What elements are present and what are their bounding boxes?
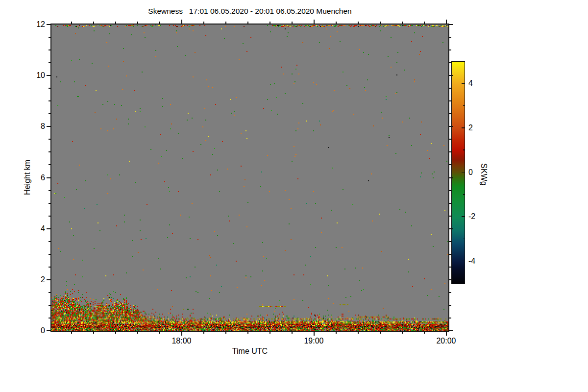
- y-minor-tick-right: [449, 254, 451, 255]
- y-major-tick-right: [449, 279, 453, 280]
- x-minor-tick-top: [247, 22, 248, 24]
- y-minor-tick-right: [449, 318, 451, 318]
- x-minor-tick: [115, 332, 116, 334]
- y-minor-tick-right: [449, 151, 451, 152]
- y-major-tick: [47, 75, 50, 76]
- y-minor-tick: [49, 305, 50, 306]
- x-minor-tick: [336, 332, 337, 334]
- colorbar-major-tick: [462, 261, 465, 262]
- x-minor-tick-top: [159, 22, 160, 24]
- y-minor-tick-right: [449, 37, 451, 38]
- colorbar-major-tick: [462, 83, 465, 84]
- y-minor-tick: [49, 190, 50, 191]
- y-major-tick: [47, 177, 50, 178]
- figure: Skewness 17:01 06.05.2020 - 20:01 06.05.…: [0, 0, 588, 392]
- y-minor-tick: [49, 292, 50, 293]
- x-minor-tick-top: [358, 22, 359, 24]
- chart-title: Skewness 17:01 06.05.2020 - 20:01 06.05.…: [51, 7, 448, 16]
- y-minor-tick-right: [449, 203, 451, 204]
- y-major-tick: [47, 279, 50, 280]
- x-minor-tick-top: [93, 22, 94, 24]
- y-minor-tick-right: [449, 62, 451, 63]
- x-minor-tick-top: [292, 22, 293, 24]
- heatmap-canvas: [51, 24, 448, 331]
- y-tick-label: 2: [23, 275, 45, 285]
- y-minor-tick-right: [449, 88, 451, 89]
- y-minor-tick: [49, 139, 50, 140]
- colorbar-minor-tick: [463, 149, 465, 150]
- y-tick-label: 6: [23, 173, 45, 183]
- x-minor-tick-top: [336, 22, 337, 24]
- y-major-tick-right: [449, 177, 453, 178]
- x-minor-tick: [225, 332, 226, 334]
- colorbar-tick-label: 0: [468, 168, 488, 177]
- y-minor-tick: [49, 203, 50, 204]
- colorbar-tick-label: -2: [468, 212, 488, 221]
- y-minor-tick: [49, 88, 50, 89]
- y-minor-tick: [49, 318, 50, 318]
- y-major-tick-right: [449, 228, 453, 229]
- x-major-tick-top: [446, 20, 447, 24]
- y-minor-tick: [49, 49, 50, 50]
- y-minor-tick: [49, 113, 50, 114]
- y-minor-tick-right: [449, 164, 451, 165]
- y-major-tick-right: [449, 75, 453, 76]
- y-minor-tick: [49, 37, 50, 38]
- y-minor-tick: [49, 254, 50, 255]
- y-major-tick-right: [449, 126, 453, 127]
- x-minor-tick-top: [225, 22, 226, 24]
- x-minor-tick-top: [137, 22, 138, 24]
- y-major-tick: [47, 330, 50, 331]
- y-minor-tick: [49, 216, 50, 217]
- x-minor-tick: [203, 332, 204, 334]
- y-minor-tick-right: [449, 216, 451, 217]
- y-major-tick-right: [449, 24, 453, 25]
- y-minor-tick-right: [449, 241, 451, 242]
- x-minor-tick-top: [203, 22, 204, 24]
- colorbar-major-tick: [462, 127, 465, 128]
- y-tick-label: 12: [23, 20, 45, 29]
- x-major-tick: [181, 332, 182, 336]
- y-tick-label: 8: [23, 122, 45, 131]
- x-minor-tick-top: [71, 22, 72, 24]
- x-tick-label: 18:00: [165, 336, 199, 346]
- colorbar-tick-label: 4: [468, 78, 488, 88]
- colorbar-minor-tick: [463, 239, 465, 240]
- x-tick-label: 19:00: [297, 336, 331, 346]
- y-minor-tick: [49, 164, 50, 165]
- y-minor-tick-right: [449, 305, 451, 306]
- y-minor-tick-right: [449, 100, 451, 101]
- y-minor-tick-right: [449, 292, 451, 293]
- y-minor-tick: [49, 267, 50, 268]
- colorbar-tick-label: 2: [468, 123, 488, 133]
- colorbar-minor-tick: [463, 105, 465, 106]
- x-minor-tick: [292, 332, 293, 334]
- y-minor-tick-right: [449, 267, 451, 268]
- x-minor-tick-top: [270, 22, 270, 24]
- x-minor-tick-top: [402, 22, 403, 24]
- x-minor-tick: [380, 332, 381, 334]
- x-tick-label: 20:00: [429, 336, 464, 346]
- colorbar-major-tick: [462, 216, 465, 217]
- x-major-tick: [446, 332, 447, 336]
- colorbar-major-tick: [462, 172, 465, 173]
- y-minor-tick-right: [449, 190, 451, 191]
- y-tick-label: 0: [23, 326, 45, 336]
- x-minor-tick: [270, 332, 270, 334]
- y-major-tick: [47, 228, 50, 229]
- x-axis-label: Time UTC: [51, 347, 448, 356]
- x-minor-tick-top: [424, 22, 425, 24]
- y-minor-tick-right: [449, 139, 451, 140]
- x-minor-tick: [424, 332, 425, 334]
- x-minor-tick: [93, 332, 94, 334]
- x-minor-tick-top: [380, 22, 381, 24]
- x-major-tick: [314, 332, 315, 336]
- colorbar-tick-label: -4: [468, 256, 488, 266]
- colorbar-minor-tick: [463, 194, 465, 195]
- y-tick-label: 4: [23, 224, 45, 234]
- y-minor-tick-right: [449, 113, 451, 114]
- y-minor-tick: [49, 100, 50, 101]
- y-major-tick-right: [449, 330, 453, 331]
- y-major-tick: [47, 24, 50, 25]
- x-minor-tick-top: [115, 22, 116, 24]
